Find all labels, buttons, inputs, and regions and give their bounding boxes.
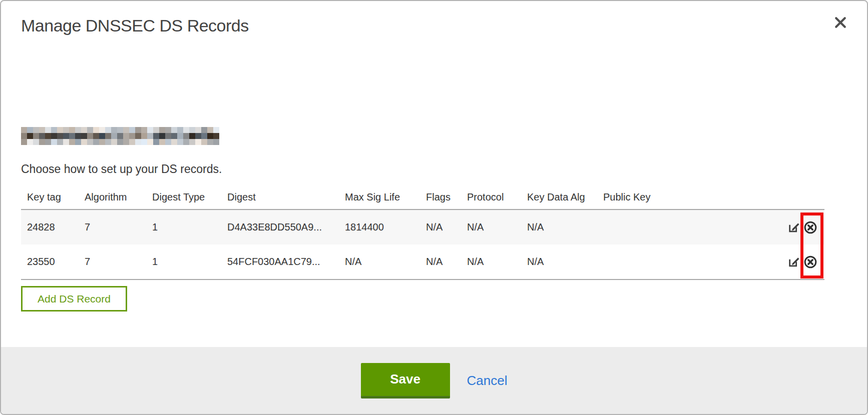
redacted-pixel <box>123 127 129 133</box>
col-header-digest-type: Digest Type <box>146 185 221 210</box>
cell-flags: N/A <box>420 244 461 280</box>
redacted-pixel <box>45 133 51 139</box>
redacted-pixel <box>93 139 99 145</box>
table-row: 23550 7 1 54FCF030AA1C79... N/A N/A N/A … <box>21 244 824 280</box>
ds-records-table: Key tag Algorithm Digest Type Digest Max… <box>21 185 824 280</box>
redacted-pixel <box>165 133 171 139</box>
cell-key-data-alg: N/A <box>521 244 597 280</box>
col-header-public-key: Public Key <box>597 185 779 210</box>
redacted-pixel <box>129 139 135 145</box>
redacted-pixel <box>111 139 117 145</box>
redacted-pixel <box>195 127 201 133</box>
save-button[interactable]: Save <box>361 363 450 398</box>
redacted-pixel <box>147 133 153 139</box>
redacted-domain-name <box>21 127 219 145</box>
redacted-pixel <box>141 127 147 133</box>
redacted-pixel <box>99 133 105 139</box>
redacted-pixel <box>81 139 87 145</box>
redacted-pixel <box>63 139 69 145</box>
cell-digest: 54FCF030AA1C79... <box>221 244 339 280</box>
redacted-pixel <box>141 133 147 139</box>
redacted-pixel <box>99 139 105 145</box>
instruction-text: Choose how to set up your DS records. <box>21 162 222 176</box>
redacted-pixel <box>111 127 117 133</box>
col-header-key-data-alg: Key Data Alg <box>521 185 597 210</box>
cancel-link[interactable]: Cancel <box>467 373 508 388</box>
cell-actions <box>779 244 824 280</box>
redacted-pixel <box>57 127 63 133</box>
redacted-pixel <box>51 127 57 133</box>
redacted-pixel <box>213 139 219 145</box>
edit-pencil-glyph <box>787 221 800 234</box>
table-header-row: Key tag Algorithm Digest Type Digest Max… <box>21 185 824 210</box>
redacted-pixel <box>51 139 57 145</box>
redacted-pixel <box>75 127 81 133</box>
close-icon[interactable] <box>832 14 849 31</box>
redacted-pixel <box>21 139 27 145</box>
redacted-pixel <box>213 133 219 139</box>
edit-record-icon[interactable] <box>786 255 800 269</box>
redacted-pixel <box>123 139 129 145</box>
remove-record-icon[interactable] <box>803 220 817 234</box>
cell-algorithm: 7 <box>79 210 146 244</box>
col-header-actions <box>779 185 824 210</box>
redacted-pixel <box>153 139 159 145</box>
cell-public-key <box>597 210 779 244</box>
redacted-pixel <box>129 133 135 139</box>
remove-record-icon[interactable] <box>803 255 817 269</box>
redacted-pixel <box>105 127 111 133</box>
redacted-pixel <box>159 133 165 139</box>
redacted-pixel <box>51 133 57 139</box>
redacted-pixel <box>81 127 87 133</box>
redacted-pixel <box>195 139 201 145</box>
redacted-pixel <box>183 133 189 139</box>
redacted-pixel <box>93 127 99 133</box>
redacted-pixel <box>21 133 27 139</box>
redacted-pixel <box>33 133 39 139</box>
redacted-pixel <box>207 139 213 145</box>
redacted-pixel <box>99 127 105 133</box>
redacted-pixel <box>69 139 75 145</box>
redacted-pixel <box>57 139 63 145</box>
redacted-pixel <box>177 139 183 145</box>
redacted-pixel <box>45 127 51 133</box>
redacted-pixel <box>33 139 39 145</box>
redacted-pixel <box>165 139 171 145</box>
add-ds-record-button[interactable]: Add DS Record <box>21 286 127 312</box>
cell-digest: D4A33E8DD550A9... <box>221 210 339 244</box>
col-header-max-sig-life: Max Sig Life <box>339 185 420 210</box>
redacted-pixel <box>189 133 195 139</box>
redacted-pixel <box>105 139 111 145</box>
dialog-title: Manage DNSSEC DS Records <box>21 16 249 36</box>
redacted-pixel <box>21 127 27 133</box>
redacted-pixel <box>213 127 219 133</box>
cell-actions <box>779 210 824 244</box>
redacted-pixel <box>69 127 75 133</box>
close-x-glyph <box>833 15 848 30</box>
redacted-pixel <box>165 127 171 133</box>
redacted-pixel <box>117 127 123 133</box>
redacted-pixel <box>201 139 207 145</box>
redacted-pixel <box>171 133 177 139</box>
redacted-pixel <box>189 127 195 133</box>
redacted-pixel <box>87 127 93 133</box>
redacted-pixel <box>135 127 141 133</box>
redacted-pixel <box>87 139 93 145</box>
cell-protocol: N/A <box>461 244 521 280</box>
cell-max-sig-life: 1814400 <box>339 210 420 244</box>
dialog-footer: Save Cancel <box>1 347 867 414</box>
redacted-pixel <box>39 139 45 145</box>
redacted-pixel <box>63 127 69 133</box>
cell-digest-type: 1 <box>146 210 221 244</box>
redacted-pixel <box>147 139 153 145</box>
redacted-pixel <box>75 133 81 139</box>
redacted-pixel <box>201 133 207 139</box>
redacted-pixel <box>63 133 69 139</box>
edit-record-icon[interactable] <box>786 220 800 234</box>
cell-protocol: N/A <box>461 210 521 244</box>
redacted-pixel <box>57 133 63 139</box>
redacted-pixel <box>87 133 93 139</box>
redacted-pixel <box>117 139 123 145</box>
redacted-pixel <box>207 127 213 133</box>
redacted-pixel <box>189 139 195 145</box>
